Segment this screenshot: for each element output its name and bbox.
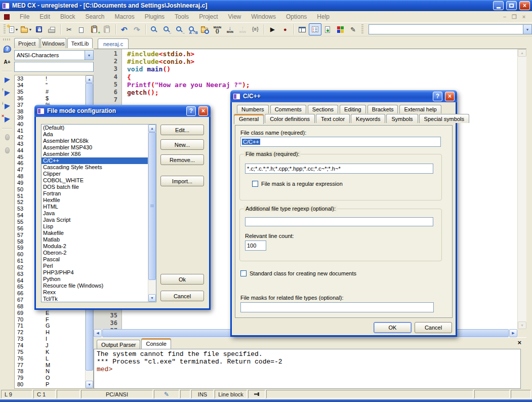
list-item[interactable]: 70F xyxy=(15,316,85,323)
tab-color-definitions[interactable]: Color definitions xyxy=(265,114,315,123)
file-mode-item[interactable]: Assembler MSP430 xyxy=(42,144,148,151)
sidebar-tab-project[interactable]: Project xyxy=(14,38,39,48)
file-mode-item[interactable]: Resource file (Windows) xyxy=(42,283,148,289)
list-item[interactable]: 77M xyxy=(15,361,85,368)
menu-file[interactable]: File xyxy=(15,12,34,22)
file-mode-item[interactable]: Python xyxy=(42,276,148,283)
file-mode-item[interactable]: Pascal xyxy=(42,256,148,263)
ok-button[interactable]: Ok xyxy=(160,274,204,285)
file-mode-item[interactable]: Perl xyxy=(42,263,148,269)
list-item[interactable]: 72H xyxy=(15,329,85,336)
line-numbers-icon[interactable] xyxy=(309,23,321,35)
undo-icon[interactable]: ↶ xyxy=(118,23,131,35)
main-function-icon[interactable]: MAIN{} xyxy=(211,23,224,35)
menu-macros[interactable]: Macros xyxy=(109,12,139,22)
file-mode-item[interactable]: Matlab xyxy=(42,236,148,243)
sidebar-tab-textlib[interactable]: TextLib xyxy=(67,38,93,48)
list-item[interactable]: 35# xyxy=(15,89,85,95)
context-help-icon[interactable]: ? xyxy=(1,44,13,55)
file-mode-item[interactable]: Cascading Style Sheets xyxy=(42,164,148,171)
menu-tools[interactable]: Tools xyxy=(170,12,194,22)
menu-help[interactable]: Help xyxy=(312,12,335,22)
file-mode-item[interactable]: Lisp xyxy=(42,223,148,230)
file-mode-item[interactable]: C/C++ xyxy=(42,157,148,164)
help-icon[interactable]: ? xyxy=(186,106,196,116)
scroll-down-icon[interactable]: ▼ xyxy=(86,381,93,388)
file-mode-item[interactable]: Makefile xyxy=(42,230,148,236)
goto-next-main-icon[interactable]: ↓MAIN xyxy=(224,23,236,35)
file-mode-item[interactable]: Java Script xyxy=(42,217,148,223)
line-count-input[interactable] xyxy=(245,240,266,251)
new-document-icon[interactable]: ▼ xyxy=(8,23,20,35)
file-mode-item[interactable]: Modula-2 xyxy=(42,243,148,250)
find-icon[interactable] xyxy=(148,23,160,35)
new-button[interactable]: New... xyxy=(160,139,204,150)
file-mode-item[interactable]: Java xyxy=(42,210,148,217)
scroll-up-icon[interactable]: ▲ xyxy=(86,75,93,83)
remove-button[interactable]: Remove... xyxy=(160,154,204,165)
console-output[interactable]: The system cannot find the file specifie… xyxy=(94,349,521,389)
copy-icon[interactable] xyxy=(75,23,88,35)
scrollbar-thumb[interactable] xyxy=(148,132,156,280)
additional-regexp-input[interactable] xyxy=(245,217,433,226)
chevron-down-icon[interactable]: ▼ xyxy=(523,25,531,34)
toolbar-grip[interactable] xyxy=(4,24,6,34)
list-item[interactable]: 33! xyxy=(15,75,85,82)
doc-properties-icon[interactable] xyxy=(321,23,334,35)
debug-stop-icon[interactable] xyxy=(1,145,13,156)
tab-comments[interactable]: Comments xyxy=(270,105,306,113)
scroll-down-icon[interactable]: ▼ xyxy=(518,321,526,329)
autotext-icon[interactable]: A+ xyxy=(1,57,13,68)
chevron-down-icon[interactable]: ▼ xyxy=(15,28,19,31)
file-mode-item[interactable]: Clipper xyxy=(42,171,148,177)
close-icon[interactable]: × xyxy=(198,106,208,116)
record-macro-icon[interactable]: ● xyxy=(279,23,292,35)
import-button[interactable]: Import... xyxy=(160,176,204,186)
console-tab-output-parser[interactable]: Output Parser xyxy=(97,340,140,349)
list-item[interactable]: 78N xyxy=(15,368,85,375)
related-masks-input[interactable] xyxy=(240,302,434,312)
tab-symbols[interactable]: Symbols xyxy=(386,114,418,123)
maximize-button[interactable] xyxy=(506,1,517,10)
tab-keywords[interactable]: Keywords xyxy=(351,114,385,123)
tab-editing[interactable]: Editing xyxy=(340,105,366,113)
scroll-right-icon[interactable]: ▶ xyxy=(509,329,517,337)
cut-icon[interactable]: ✂ xyxy=(63,23,75,35)
file-mode-item[interactable]: COBOL_WHITE xyxy=(42,177,148,184)
editor-vscrollbar[interactable]: ▲ ▼ xyxy=(517,49,526,329)
cpp-dialog-titlebar[interactable]: C/C++ ? × xyxy=(230,90,457,102)
toolbar-grip-2[interactable] xyxy=(361,24,363,34)
help-icon[interactable]: ? xyxy=(433,92,442,101)
file-mode-item[interactable]: Assembler MC68k xyxy=(42,138,148,144)
toolbar-combobox[interactable]: ▼ xyxy=(369,24,532,34)
file-mode-item[interactable]: HTML xyxy=(42,204,148,210)
file-mode-item[interactable]: Rexx xyxy=(42,289,148,296)
tab-text-color[interactable]: Text color xyxy=(316,114,350,123)
replace-icon[interactable]: A→B xyxy=(186,23,198,35)
file-mode-item[interactable]: PHP3/PHP4 xyxy=(42,269,148,276)
redo-icon[interactable]: ↷ xyxy=(131,23,143,35)
menu-options[interactable]: Options xyxy=(281,12,312,22)
menu-search[interactable]: Search xyxy=(80,12,109,22)
file-mode-item[interactable]: (Default) xyxy=(42,125,148,131)
file-masks-input[interactable] xyxy=(245,164,433,174)
charset-combobox[interactable]: ANSI-Characters ▼ xyxy=(14,50,94,60)
find-next-icon[interactable]: → xyxy=(173,23,186,35)
menu-plugins[interactable]: Plugins xyxy=(140,12,170,22)
find-in-files-icon[interactable] xyxy=(198,23,211,35)
list-item[interactable]: 73I xyxy=(15,336,85,342)
file-mode-scrollbar[interactable]: ▲ ▼ xyxy=(148,125,156,302)
scroll-left-icon[interactable]: ◀ xyxy=(94,329,102,337)
regex-checkbox[interactable] xyxy=(252,181,258,187)
run-icon[interactable]: ▶ xyxy=(266,23,279,35)
list-item[interactable]: 36$ xyxy=(15,95,85,102)
open-file-icon[interactable]: ▼ xyxy=(20,23,33,35)
mdi-close-button[interactable]: × xyxy=(520,14,528,20)
list-item[interactable]: 75K xyxy=(15,348,85,355)
tab-external-help[interactable]: External help xyxy=(399,105,441,113)
chevron-down-icon[interactable]: ▼ xyxy=(28,28,32,31)
file-mode-item[interactable]: DOS batch file xyxy=(42,184,148,190)
toolbar-combo-input[interactable] xyxy=(369,25,523,34)
tab-numbers[interactable]: Numbers xyxy=(237,105,269,113)
goto-previous-main-icon[interactable]: ↑MAIN xyxy=(236,23,249,35)
